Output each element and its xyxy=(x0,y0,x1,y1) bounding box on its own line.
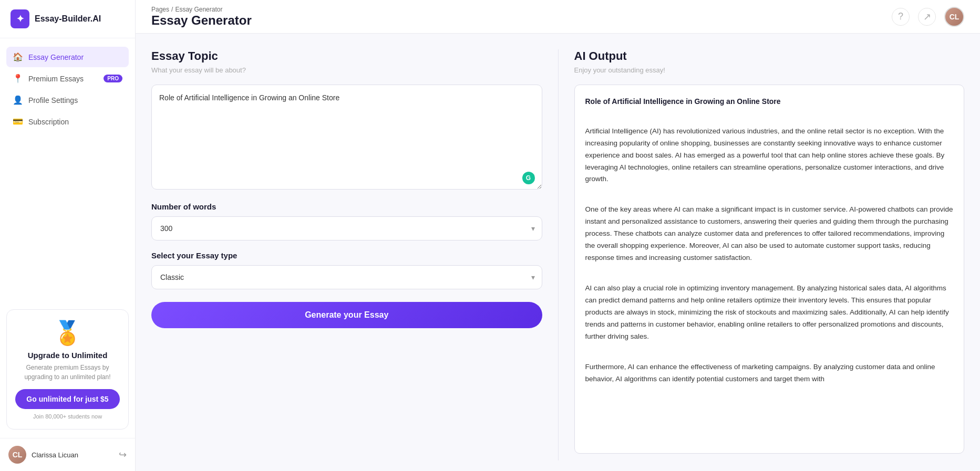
home-icon: 🏠 xyxy=(13,52,23,62)
page-title: Essay Generator xyxy=(151,13,252,28)
breadcrumb-separator: / xyxy=(171,6,173,13)
essay-topic-subtitle: What your essay will be about? xyxy=(151,66,542,74)
essay-type-select-wrapper: Classic Argumentative Descriptive Narrat… xyxy=(151,265,542,289)
ai-output-title: AI Output xyxy=(574,49,965,63)
user-name: Clarissa Licuan xyxy=(32,451,114,459)
sidebar-nav: 🏠 Essay Generator 📍 Premium Essays PRO 👤… xyxy=(0,38,135,309)
export-icon[interactable]: ↗ xyxy=(918,8,936,26)
topic-input-wrapper: Role of Artificial Intelligence in Growi… xyxy=(151,85,542,192)
nav-label-profile-settings: Profile Settings xyxy=(28,96,78,104)
logo-text: Essay-Builder.AI xyxy=(35,14,101,24)
pin-icon: 📍 xyxy=(13,74,23,83)
output-paragraph-marketing: Furthermore, AI can enhance the effectiv… xyxy=(585,361,954,385)
nav-label-subscription: Subscription xyxy=(28,118,69,126)
essay-topic-title: Essay Topic xyxy=(151,49,542,63)
nav-label-essay-generator: Essay Generator xyxy=(28,53,84,61)
words-select[interactable]: 300 500 750 1000 xyxy=(151,216,542,240)
sidebar-item-subscription[interactable]: 💳 Subscription xyxy=(6,111,129,132)
output-paragraph-2 xyxy=(585,189,954,201)
pro-badge: PRO xyxy=(104,75,122,82)
sidebar-item-profile-settings[interactable]: 👤 Profile Settings xyxy=(6,90,129,110)
upgrade-sub-text: Join 80,000+ students now xyxy=(15,413,120,420)
output-paragraph-intro: Artificial Intelligence (AI) has revolut… xyxy=(585,125,954,186)
output-essay-title: Role of Artificial Intelligence in Growi… xyxy=(585,96,954,108)
generate-button[interactable]: Generate your Essay xyxy=(151,302,542,328)
right-panel: AI Output Enjoy your outstanding essay! … xyxy=(558,49,965,460)
words-select-wrapper: 300 500 750 1000 ▾ xyxy=(151,216,542,240)
ai-output-box: Role of Artificial Intelligence in Growi… xyxy=(574,85,965,454)
output-paragraph-3 xyxy=(585,267,954,279)
user-icon: 👤 xyxy=(13,95,23,105)
nav-label-premium-essays: Premium Essays xyxy=(28,75,84,83)
upgrade-button[interactable]: Go unlimited for just $5 xyxy=(15,389,120,409)
logo-icon: ✦ xyxy=(11,9,29,28)
logout-icon[interactable]: ↪ xyxy=(119,449,127,460)
sidebar-item-essay-generator[interactable]: 🏠 Essay Generator xyxy=(6,47,129,67)
essay-type-label: Select your Essay type xyxy=(151,251,542,260)
breadcrumb-root: Pages xyxy=(151,6,169,13)
output-paragraph-4 xyxy=(585,346,954,358)
essay-topic-input[interactable]: Role of Artificial Intelligence in Growi… xyxy=(151,85,542,190)
grammarly-icon: G xyxy=(522,172,535,184)
breadcrumb: Pages / Essay Generator Essay Generator xyxy=(151,6,252,28)
topbar-avatar[interactable]: CL xyxy=(944,7,964,27)
trophy-icon: 🏅 xyxy=(53,319,82,347)
ai-output-subtitle: Enjoy your outstanding essay! xyxy=(574,66,965,74)
help-icon[interactable]: ? xyxy=(892,8,910,26)
sidebar-footer: CL Clarissa Licuan ↪ xyxy=(0,438,135,471)
output-paragraph-inventory: AI can also play a crucial role in optim… xyxy=(585,282,954,343)
user-avatar: CL xyxy=(8,446,26,464)
sidebar-logo: ✦ Essay-Builder.AI xyxy=(0,0,135,38)
upgrade-box: 🏅 Upgrade to Unlimited Generate premium … xyxy=(6,309,129,430)
upgrade-description: Generate premium Essays by upgrading to … xyxy=(15,363,120,382)
topbar: Pages / Essay Generator Essay Generator … xyxy=(136,0,980,34)
breadcrumb-current: Essay Generator xyxy=(175,6,222,13)
essay-type-select[interactable]: Classic Argumentative Descriptive Narrat… xyxy=(151,265,542,289)
output-paragraph-customer-service: One of the key areas where AI can make a… xyxy=(585,204,954,264)
breadcrumb-path: Pages / Essay Generator xyxy=(151,6,252,13)
sidebar: ✦ Essay-Builder.AI 🏠 Essay Generator 📍 P… xyxy=(0,0,136,471)
left-panel: Essay Topic What your essay will be abou… xyxy=(151,49,558,460)
upgrade-title: Upgrade to Unlimited xyxy=(15,351,120,360)
content-area: Essay Topic What your essay will be abou… xyxy=(136,34,980,471)
topbar-actions: ? ↗ CL xyxy=(892,7,964,27)
card-icon: 💳 xyxy=(13,117,23,127)
words-label: Number of words xyxy=(151,202,542,211)
sidebar-item-premium-essays[interactable]: 📍 Premium Essays PRO xyxy=(6,68,129,89)
main-area: Pages / Essay Generator Essay Generator … xyxy=(136,0,980,471)
output-paragraph-1 xyxy=(585,110,954,122)
